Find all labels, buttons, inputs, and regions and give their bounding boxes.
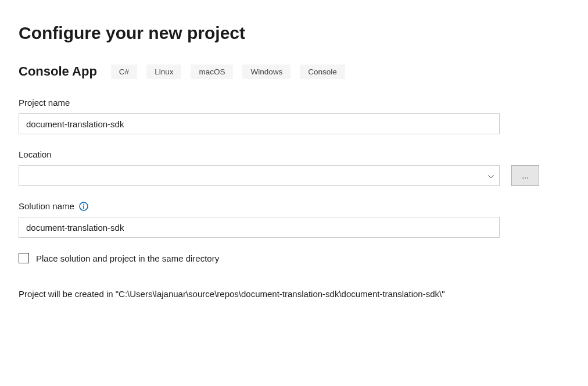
same-directory-checkbox[interactable] [19,253,29,263]
location-group: Location ... [19,149,569,186]
path-preview: Project will be created in "C:\Users\laj… [19,288,500,301]
tag-csharp: C# [111,65,137,79]
project-name-input[interactable] [19,113,500,134]
project-name-group: Project name [19,98,569,134]
svg-point-1 [83,203,84,205]
page-title: Configure your new project [19,23,569,43]
template-row: Console App C# Linux macOS Windows Conso… [19,64,569,79]
location-label: Location [19,149,569,159]
svg-rect-2 [83,205,84,209]
solution-name-group: Solution name [19,201,569,238]
tag-linux: Linux [146,65,181,79]
info-icon[interactable] [79,202,88,211]
project-name-label: Project name [19,98,569,108]
template-name: Console App [19,64,97,79]
tag-console: Console [300,65,345,79]
tag-windows: Windows [242,65,291,79]
solution-name-input[interactable] [19,217,500,238]
location-combo[interactable] [19,165,500,186]
location-input[interactable] [19,165,500,186]
solution-name-label-text: Solution name [19,201,74,211]
tag-macos: macOS [191,65,233,79]
same-directory-label: Place solution and project in the same d… [36,253,219,263]
same-directory-checkbox-row: Place solution and project in the same d… [19,253,569,263]
browse-button[interactable]: ... [511,165,539,186]
solution-name-label: Solution name [19,201,569,211]
